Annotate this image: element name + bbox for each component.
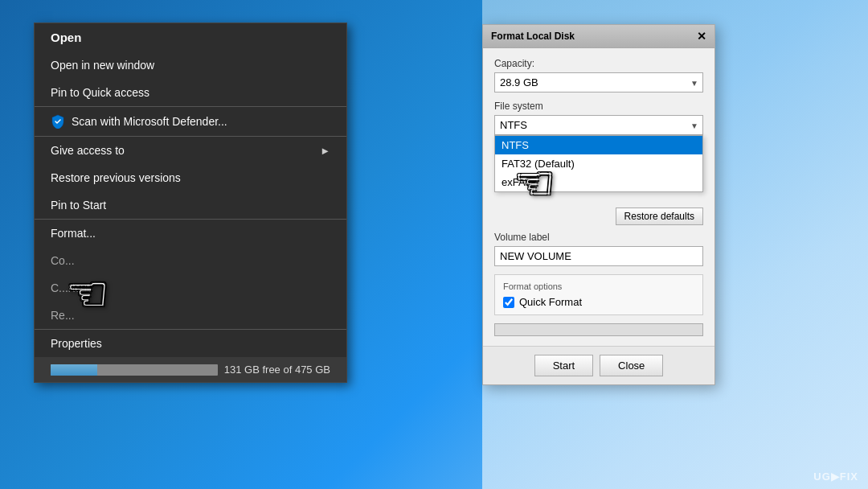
context-menu-item-give-access[interactable]: Give access to ► xyxy=(35,137,346,164)
volume-label-title: Volume label xyxy=(494,232,703,243)
dialog-titlebar: Format Local Disk ✕ xyxy=(483,25,714,48)
context-menu-item-open-new-window[interactable]: Open in new window xyxy=(35,51,346,79)
context-menu-statusbar: 131 GB free of 475 GB xyxy=(35,357,346,382)
storage-text: 131 GB free of 475 GB xyxy=(224,364,330,376)
format-progress-bar xyxy=(494,323,703,336)
quick-format-checkbox[interactable] xyxy=(503,297,514,308)
filesystem-option-ntfs[interactable]: NTFS xyxy=(495,136,702,154)
context-menu-item-pin-start[interactable]: Pin to Start xyxy=(35,191,346,219)
start-button[interactable]: Start xyxy=(534,355,593,376)
filesystem-option-exfat[interactable]: exFAT xyxy=(495,173,702,191)
capacity-label: Capacity: xyxy=(494,58,703,69)
dialog-content: Capacity: 28.9 GB ▼ File system NTFS ▼ N… xyxy=(483,48,714,346)
context-menu-item-open[interactable]: Open xyxy=(35,23,346,51)
context-menu-item-copy[interactable]: Co... xyxy=(35,247,346,274)
storage-bar xyxy=(51,364,218,376)
filesystem-option-fat32[interactable]: FAT32 (Default) xyxy=(495,154,702,173)
context-menu-item-properties[interactable]: Properties xyxy=(35,330,346,357)
filesystem-dropdown-list: NTFS FAT32 (Default) exFAT xyxy=(494,135,703,192)
context-menu-item-scan-defender[interactable]: Scan with Microsoft Defender... xyxy=(35,107,346,136)
volume-label-input[interactable] xyxy=(494,246,703,266)
capacity-select[interactable]: 28.9 GB xyxy=(494,72,703,92)
filesystem-select[interactable]: NTFS xyxy=(494,115,703,135)
capacity-select-wrapper: 28.9 GB ▼ xyxy=(494,72,703,92)
quick-format-label: Quick Format xyxy=(519,296,582,308)
storage-bar-fill xyxy=(51,364,97,376)
context-menu-item-pin-quick-access[interactable]: Pin to Quick access xyxy=(35,79,346,106)
context-menu-item-create-shortcut[interactable]: C...rtcut xyxy=(35,274,346,302)
filesystem-select-wrapper: NTFS ▼ xyxy=(494,115,703,135)
context-menu-item-rename[interactable]: Re... xyxy=(35,302,346,329)
dialog-buttons: Start Close xyxy=(483,346,714,384)
restore-defaults-button[interactable]: Restore defaults xyxy=(616,208,703,225)
format-options-box: Format options Quick Format xyxy=(494,274,703,315)
context-menu-item-restore-versions[interactable]: Restore previous versions xyxy=(35,164,346,191)
close-icon[interactable]: ✕ xyxy=(697,30,706,43)
close-button[interactable]: Close xyxy=(600,355,663,376)
dialog-title: Format Local Disk xyxy=(491,31,575,42)
format-options-title: Format options xyxy=(503,281,694,291)
defaults-row: Restore defaults xyxy=(494,208,703,225)
format-dialog: Format Local Disk ✕ Capacity: 28.9 GB ▼ … xyxy=(482,24,715,385)
filesystem-label: File system xyxy=(494,101,703,112)
context-menu-item-format[interactable]: Format... xyxy=(35,220,346,247)
quick-format-row: Quick Format xyxy=(503,296,694,308)
watermark: UG▶FIX xyxy=(813,471,858,483)
defender-icon xyxy=(51,114,65,129)
context-menu: Open Open in new window Pin to Quick acc… xyxy=(34,23,347,383)
submenu-arrow: ► xyxy=(320,145,330,157)
